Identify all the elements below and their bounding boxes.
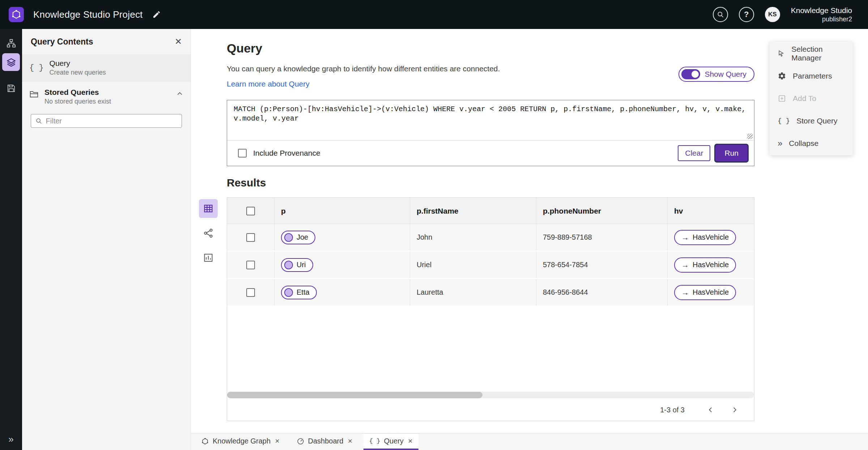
run-button[interactable]: Run (715, 145, 748, 161)
menu-item-parameters[interactable]: Parameters (770, 65, 853, 87)
panel-close-button[interactable]: ✕ (175, 37, 182, 47)
stored-queries-section[interactable]: Stored Queries No stored queries exist (22, 81, 191, 110)
phonenumber-cell: 846-956-8644 (536, 279, 668, 306)
column-header-p[interactable]: p (275, 198, 410, 224)
table-header-row: p p.firstName p.phoneNumber hv (227, 198, 754, 224)
left-icon-rail: » (0, 29, 22, 450)
entity-pill[interactable]: Uri (281, 258, 313, 272)
arrow-right-icon: → (681, 233, 689, 242)
arrow-right-icon: → (681, 261, 689, 269)
collapse-section-button[interactable] (176, 88, 183, 98)
phonenumber-cell: 759-889-57168 (536, 224, 668, 251)
sidebar-item-query[interactable]: { } Query Create new queries (22, 54, 191, 81)
horizontal-scrollbar[interactable] (227, 392, 754, 398)
dashboard-icon (297, 437, 305, 445)
menu-item-label: Store Query (796, 117, 837, 125)
menu-item-collapse[interactable]: » Collapse (770, 132, 853, 155)
query-item-subtitle: Create new queries (50, 69, 106, 76)
filter-box (31, 114, 182, 128)
user-name: Knowledge Studio (791, 6, 852, 15)
entity-label: Uri (297, 261, 306, 269)
tab-dashboard[interactable]: Dashboard ✕ (291, 434, 358, 450)
page-title: Query (227, 41, 262, 55)
show-query-label: Show Query (705, 70, 746, 79)
results-title: Results (227, 177, 266, 189)
column-header-hv[interactable]: hv (668, 198, 754, 224)
table-row: Etta Lauretta 846-956-8644 →HasVehicle (227, 279, 754, 307)
entity-node-icon (284, 261, 293, 269)
entity-pill[interactable]: Etta (281, 286, 317, 299)
query-editor-input[interactable]: MATCH (p:Person)-[hv:HasVehicle]->(v:Veh… (227, 100, 754, 140)
tab-close-button[interactable]: ✕ (408, 438, 413, 445)
clear-button[interactable]: Clear (678, 145, 710, 161)
query-item-text: Query Create new queries (50, 59, 106, 76)
entity-pill[interactable]: Joe (281, 231, 315, 244)
column-header-firstname[interactable]: p.firstName (410, 198, 536, 224)
braces-icon: { } (29, 63, 44, 72)
rail-save-button[interactable] (2, 79, 20, 97)
tab-label: Knowledge Graph (213, 437, 271, 445)
chevron-right-icon (731, 407, 738, 413)
user-avatar[interactable]: KS (765, 7, 780, 22)
column-header-phonenumber[interactable]: p.phoneNumber (536, 198, 668, 224)
select-all-checkbox[interactable] (246, 207, 255, 215)
user-info[interactable]: Knowledge Studio publisher2 (791, 6, 852, 24)
scrollbar-thumb[interactable] (227, 392, 482, 398)
table-view-button[interactable] (199, 199, 218, 218)
topbar: Knowledge Studio Project ? KS Knowledge … (0, 0, 868, 29)
phonenumber-cell: 578-654-7854 (536, 252, 668, 278)
menu-item-selection-manager[interactable]: Selection Manager (770, 42, 853, 65)
relationship-pill[interactable]: →HasVehicle (674, 257, 736, 273)
project-title: Knowledge Studio Project (33, 9, 143, 20)
results-view-toolbar (199, 199, 218, 267)
tab-close-button[interactable]: ✕ (275, 438, 280, 445)
show-query-toggle[interactable]: Show Query (678, 67, 754, 82)
selection-cursor-icon (778, 49, 785, 58)
chart-view-button[interactable] (199, 248, 218, 267)
search-button[interactable] (713, 7, 728, 22)
filter-input[interactable] (46, 117, 177, 125)
panel-title: Query Contents (31, 37, 93, 47)
entity-label: Etta (297, 288, 310, 297)
table-row: Joe John 759-889-57168 →HasVehicle (227, 224, 754, 252)
menu-item-label: Selection Manager (791, 45, 845, 62)
previous-page-button[interactable] (703, 403, 718, 417)
edit-project-title-button[interactable] (152, 10, 161, 19)
row-checkbox[interactable] (246, 233, 255, 242)
row-checkbox[interactable] (246, 288, 255, 297)
save-icon (7, 84, 16, 93)
close-icon: ✕ (275, 438, 280, 444)
rail-layers-button[interactable] (2, 53, 20, 71)
graph-view-button[interactable] (199, 224, 218, 243)
menu-item-store-query[interactable]: { } Store Query (770, 110, 853, 132)
row-checkbox[interactable] (246, 261, 255, 269)
rail-hierarchy-button[interactable] (2, 34, 20, 52)
search-icon (717, 11, 724, 18)
chevron-left-icon (707, 407, 714, 413)
tab-knowledge-graph[interactable]: Knowledge Graph ✕ (195, 434, 286, 450)
resize-handle[interactable] (747, 134, 753, 139)
tab-close-button[interactable]: ✕ (348, 438, 352, 445)
query-contents-panel: Query Contents ✕ { } Query Create new qu… (22, 29, 191, 450)
layers-icon (6, 57, 16, 67)
learn-more-link[interactable]: Learn more about Query (227, 80, 310, 88)
rail-expand-button[interactable]: » (0, 432, 22, 446)
tab-query[interactable]: { } Query ✕ (363, 434, 418, 450)
help-button[interactable]: ? (739, 7, 754, 22)
graph-view-icon (203, 228, 213, 238)
pencil-icon (152, 10, 161, 19)
tab-label: Query (384, 437, 403, 445)
chevron-up-icon (176, 90, 183, 97)
relationship-label: HasVehicle (693, 261, 729, 269)
close-icon: ✕ (408, 438, 413, 444)
query-item-title: Query (50, 59, 106, 68)
relationship-pill[interactable]: →HasVehicle (674, 230, 736, 245)
pagination-range: 1-3 of 3 (660, 406, 685, 414)
include-provenance-checkbox[interactable] (238, 149, 247, 157)
relationship-pill[interactable]: →HasVehicle (674, 285, 736, 300)
app-logo[interactable] (9, 7, 24, 22)
toggle-switch-icon (681, 69, 700, 79)
page-description: You can query a knowledge graph to ident… (227, 64, 500, 73)
next-page-button[interactable] (727, 403, 742, 417)
menu-item-add-to: Add To (770, 87, 853, 110)
